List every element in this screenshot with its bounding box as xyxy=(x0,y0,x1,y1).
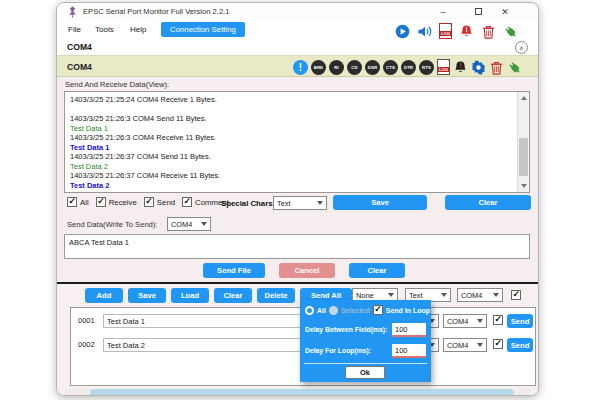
close-button[interactable]: ✕ xyxy=(497,4,513,19)
connection-setting-button[interactable]: Connection Setting xyxy=(161,22,245,37)
maximize-icon xyxy=(475,8,482,15)
all-radio[interactable] xyxy=(305,306,314,315)
row-port-value: COM4 xyxy=(447,341,468,350)
doc-fold-icon xyxy=(449,23,452,26)
menu-file[interactable]: File xyxy=(68,25,81,34)
log-line: 1403/3/25 21:26:37 COM4 Receive 11 Bytes… xyxy=(70,171,513,181)
send-checkbox[interactable] xyxy=(144,197,154,207)
row-checkbox[interactable] xyxy=(493,315,503,325)
alert-bell-icon[interactable]: ! xyxy=(459,24,474,39)
alarm-bell-icon[interactable]: ! xyxy=(453,60,468,75)
minimize-button[interactable]: – xyxy=(435,4,451,19)
title-bar[interactable]: EPSC Serial Port Monitor Full Version 2.… xyxy=(57,3,538,21)
play-icon[interactable] xyxy=(395,24,410,39)
clear-button[interactable]: Clear xyxy=(214,288,252,303)
menu-help[interactable]: Help xyxy=(130,25,146,34)
port-value: COM4 xyxy=(461,291,482,300)
info-exclaim-icon[interactable]: ! xyxy=(293,60,308,75)
row-send-button[interactable]: Send xyxy=(507,338,533,352)
add-button[interactable]: Add xyxy=(85,288,123,303)
mode-value: None xyxy=(356,291,374,300)
delay-between-field-input[interactable] xyxy=(392,323,426,337)
main-content: Send And Receive Data(View): 1403/3/25 2… xyxy=(57,77,538,282)
selected-radio-label: Selected xyxy=(341,307,370,314)
log-file-icon[interactable]: LOG xyxy=(439,23,452,39)
row-index: 0002 xyxy=(78,340,95,349)
row-port-select[interactable]: COM4 xyxy=(443,314,487,328)
send-all-popup: All Selected Send In Loop Delay Between … xyxy=(300,300,431,382)
collapse-button[interactable]: ∧ xyxy=(515,41,528,54)
chevron-down-icon xyxy=(441,293,447,297)
chevron-down-icon xyxy=(477,319,483,323)
scrollbar-thumb[interactable] xyxy=(519,138,528,176)
delay-for-loop-input[interactable] xyxy=(392,344,426,358)
special-chars-select[interactable]: Text xyxy=(273,196,327,210)
log-file-icon[interactable]: LOG xyxy=(437,59,450,75)
view-clear-button[interactable]: Clear xyxy=(445,195,531,210)
signal-dsr-button[interactable]: DSR xyxy=(365,60,380,75)
maximize-button[interactable] xyxy=(470,4,486,19)
delay-for-loop-label: Delay For Loop(ms): xyxy=(305,347,371,354)
signal-ri-button[interactable]: RI xyxy=(329,60,344,75)
row-send-button[interactable]: Send xyxy=(507,314,533,328)
special-chars-value: Text xyxy=(277,199,291,208)
send-list-panel: Add Save Load Clear Delete Send All None… xyxy=(57,282,538,396)
signal-cd-button[interactable]: CD xyxy=(347,60,362,75)
send-in-loop-label: Send In Loop xyxy=(386,307,430,314)
load-button[interactable]: Load xyxy=(171,288,209,303)
send-buttons-row: Send File Cancel Clear xyxy=(57,263,538,278)
send-clear-button[interactable]: Clear xyxy=(349,263,405,278)
log-line xyxy=(70,105,513,115)
receive-checkbox[interactable] xyxy=(96,197,106,207)
connect-plug-icon[interactable] xyxy=(503,24,518,39)
row-index: 0001 xyxy=(78,316,95,325)
port-select[interactable]: COM4 xyxy=(457,288,503,302)
all-label: All xyxy=(80,198,89,207)
send-port-select[interactable]: COM4 xyxy=(167,217,211,231)
signal-dtr-button[interactable]: DTR xyxy=(401,60,416,75)
data-view-label: Send And Receive Data(View): xyxy=(65,80,169,89)
chevron-down-icon xyxy=(477,343,483,347)
horizontal-scrollbar[interactable] xyxy=(65,389,531,396)
comment-checkbox[interactable] xyxy=(182,197,192,207)
all-checkbox[interactable] xyxy=(67,197,77,207)
window-title: EPSC Serial Port Monitor Full Version 2.… xyxy=(83,7,229,16)
send-file-button[interactable]: Send File xyxy=(203,263,265,278)
scrollbar-thumb[interactable] xyxy=(90,389,514,396)
log-line-sent: Test Data 1 xyxy=(70,124,513,134)
row-checkbox[interactable] xyxy=(493,339,503,349)
send-data-input[interactable]: ABCA Test Data 1 xyxy=(64,234,530,259)
settings-gear-icon[interactable] xyxy=(471,60,486,75)
scroll-down-icon[interactable] xyxy=(521,184,527,188)
menu-tools[interactable]: Tools xyxy=(95,25,114,34)
view-save-button[interactable]: Save xyxy=(333,195,427,210)
row-port-select[interactable]: COM4 xyxy=(443,338,487,352)
trash-icon[interactable] xyxy=(481,24,496,39)
signal-brk-button[interactable]: BRK xyxy=(311,60,326,75)
log-badge: LOG xyxy=(440,31,451,36)
receive-label: Receive xyxy=(109,198,137,207)
scroll-up-icon[interactable] xyxy=(521,96,527,100)
signal-cts-button[interactable]: CTS xyxy=(383,60,398,75)
svg-text:!: ! xyxy=(465,26,467,33)
ok-button[interactable]: Ok xyxy=(345,366,385,379)
chevron-down-icon xyxy=(201,222,207,226)
connect-plug-icon[interactable] xyxy=(507,60,522,75)
select-all-checkbox[interactable] xyxy=(511,290,521,300)
speaker-icon[interactable] xyxy=(417,24,432,39)
send-data-label: Send Data(Write To Send): xyxy=(67,220,157,229)
data-view[interactable]: 1403/3/25 21:25:24 COM4 Receive 1 Bytes.… xyxy=(64,91,530,193)
trash-icon[interactable] xyxy=(489,60,504,75)
vertical-scrollbar[interactable] xyxy=(517,92,529,192)
port-bar-icons: ! BRK RI CD DSR CTS DTR RTS LOG ! xyxy=(293,58,522,76)
delete-button[interactable]: Delete xyxy=(257,288,295,303)
send-in-loop-checkbox[interactable] xyxy=(373,305,383,315)
cancel-button[interactable]: Cancel xyxy=(279,263,335,278)
doc-fold-icon xyxy=(447,59,450,62)
filter-checkboxes: All Receive Send Comment xyxy=(67,197,229,207)
save-button[interactable]: Save xyxy=(128,288,166,303)
signal-rts-button[interactable]: RTS xyxy=(419,60,434,75)
send-port-value: COM4 xyxy=(171,220,192,229)
filter-all: All xyxy=(67,197,89,207)
selected-radio[interactable] xyxy=(329,306,338,315)
